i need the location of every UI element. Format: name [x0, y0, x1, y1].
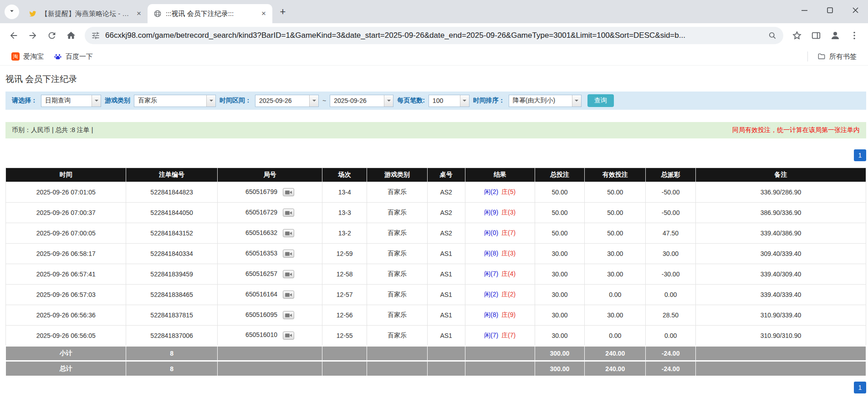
cell-time: 2025-09-26 06:57:03	[6, 285, 126, 305]
cell-total-bet[interactable]: 50.00	[535, 182, 585, 203]
cell-table: AS1	[427, 285, 465, 305]
col-header-table: 桌号	[427, 168, 465, 182]
cell-game: 百家乐	[367, 244, 427, 264]
cell-round: 650516729	[217, 203, 322, 223]
page-1-button[interactable]: 1	[854, 149, 866, 161]
bookmark-label: 百度一下	[66, 52, 93, 61]
date-end-select[interactable]: 2025-09-26	[330, 95, 393, 107]
tab-forum[interactable]: 【新提醒】海燕策略论坛 - 综合 ×	[23, 4, 148, 23]
video-replay-icon[interactable]	[283, 291, 294, 299]
cell-payout: -50.00	[646, 182, 696, 203]
cell-note: 336.90/286.90	[695, 182, 866, 203]
footer-cell	[695, 361, 866, 376]
footer-cell	[217, 361, 322, 376]
cell-valid-bet: 50.00	[585, 182, 646, 203]
cell-result: 闲(7) 庄(4)	[465, 264, 535, 285]
tab-close-icon[interactable]: ×	[259, 9, 269, 19]
video-replay-icon[interactable]	[283, 270, 294, 278]
home-button[interactable]	[62, 26, 80, 45]
back-button[interactable]	[5, 26, 23, 45]
new-tab-button[interactable]: +	[275, 4, 291, 20]
site-settings-icon[interactable]	[91, 31, 100, 40]
round-id: 650516257	[245, 270, 277, 277]
search-button[interactable]: 查询	[587, 94, 614, 107]
dropdown-arrow-icon[interactable]	[460, 95, 469, 107]
dropdown-arrow-icon[interactable]	[309, 95, 318, 107]
cell-total-bet[interactable]: 50.00	[535, 223, 585, 244]
zoom-icon[interactable]	[768, 31, 777, 40]
tab-close-icon[interactable]: ×	[134, 9, 144, 19]
cell-bet-id: 522841844050	[126, 203, 217, 223]
cell-payout: -50.00	[646, 203, 696, 223]
cell-game: 百家乐	[367, 182, 427, 203]
cell-valid-bet: 50.00	[585, 203, 646, 223]
maximize-button[interactable]	[825, 5, 834, 15]
col-header-session: 场次	[322, 168, 367, 182]
all-bookmarks-button[interactable]: 所有书签	[812, 51, 862, 63]
cell-total-bet[interactable]: 30.00	[535, 285, 585, 305]
dropdown-arrow-icon[interactable]	[92, 95, 101, 107]
minimize-button[interactable]	[800, 5, 809, 15]
cell-valid-bet: 50.00	[585, 223, 646, 244]
footer-total-bet: 300.00	[535, 346, 585, 361]
cell-valid-bet: 30.00	[585, 244, 646, 264]
round-id: 650516729	[245, 209, 277, 216]
forward-button[interactable]	[24, 26, 42, 45]
per-page-select[interactable]: 100	[429, 95, 470, 107]
video-replay-icon[interactable]	[283, 332, 294, 340]
close-window-button[interactable]	[851, 5, 860, 15]
cell-note: 386.90/336.90	[695, 203, 866, 223]
result-banker: 庄(2)	[501, 291, 516, 298]
bookmark-baidu[interactable]: 百度一下	[49, 51, 98, 63]
cell-note: 310.90/339.40	[695, 305, 866, 326]
round-id: 650516095	[245, 311, 277, 318]
menu-dots-icon[interactable]	[845, 26, 863, 45]
col-header-note: 备注	[695, 168, 866, 182]
cell-session: 13-3	[322, 203, 367, 223]
cell-round: 650516257	[217, 264, 322, 285]
cell-total-bet[interactable]: 30.00	[535, 305, 585, 326]
bookmark-star-icon[interactable]	[788, 26, 806, 45]
cell-payout: 47.50	[646, 223, 696, 244]
cell-total-bet[interactable]: 30.00	[535, 244, 585, 264]
tab-bet-records[interactable]: :::视讯 会员下注纪录::: ×	[148, 4, 272, 23]
cell-total-bet[interactable]: 30.00	[535, 264, 585, 285]
query-type-select[interactable]: 日期查询	[41, 95, 101, 107]
profile-avatar[interactable]	[826, 26, 844, 45]
dropdown-arrow-icon[interactable]	[572, 95, 581, 107]
date-end-value: 2025-09-26	[330, 95, 384, 107]
sort-select[interactable]: 降幂(由大到小)	[509, 95, 582, 107]
result-player: 闲(2)	[484, 291, 498, 298]
bookmark-taobao[interactable]: 淘 爱淘宝	[6, 51, 49, 63]
result-player: 闲(2)	[484, 188, 498, 195]
dropdown-arrow-icon[interactable]	[384, 95, 393, 107]
cell-time: 2025-09-26 06:58:17	[6, 244, 126, 264]
footer-valid-bet: 240.00	[585, 361, 646, 376]
video-replay-icon[interactable]	[283, 229, 294, 237]
col-header-round: 局号	[217, 168, 322, 182]
cell-bet-id: 522841843152	[126, 223, 217, 244]
cell-round: 650516010	[217, 326, 322, 346]
table-row: 2025-09-26 07:00:05 522841843152 6505166…	[6, 223, 866, 244]
refresh-button[interactable]	[43, 26, 61, 45]
summary-bar: 币别：人民币 | 总共 :8 注单 | 同局有效投注，统一计算在该局第一张注单内	[5, 122, 866, 138]
address-bar[interactable]: 66cxkj98.com/game/betrecord_search/kind3…	[85, 27, 783, 44]
video-replay-icon[interactable]	[283, 188, 294, 196]
tab-search-button[interactable]	[5, 5, 19, 19]
video-replay-icon[interactable]	[283, 311, 294, 319]
cell-total-bet[interactable]: 50.00	[535, 203, 585, 223]
side-panel-icon[interactable]	[807, 26, 825, 45]
video-replay-icon[interactable]	[283, 209, 294, 217]
cell-result: 闲(8) 庄(3)	[465, 244, 535, 264]
round-id: 650516632	[245, 229, 277, 236]
cell-total-bet[interactable]: 30.00	[535, 326, 585, 346]
cell-bet-id: 522841839459	[126, 264, 217, 285]
page-title: 视讯 会员下注纪录	[5, 73, 863, 85]
video-replay-icon[interactable]	[283, 250, 294, 258]
page-1-button[interactable]: 1	[854, 382, 866, 393]
game-type-select[interactable]: 百家乐	[134, 95, 216, 107]
cell-time: 2025-09-26 07:00:05	[6, 223, 126, 244]
date-start-select[interactable]: 2025-09-26	[255, 95, 319, 107]
dropdown-arrow-icon[interactable]	[206, 95, 215, 107]
footer-cell	[427, 346, 465, 361]
